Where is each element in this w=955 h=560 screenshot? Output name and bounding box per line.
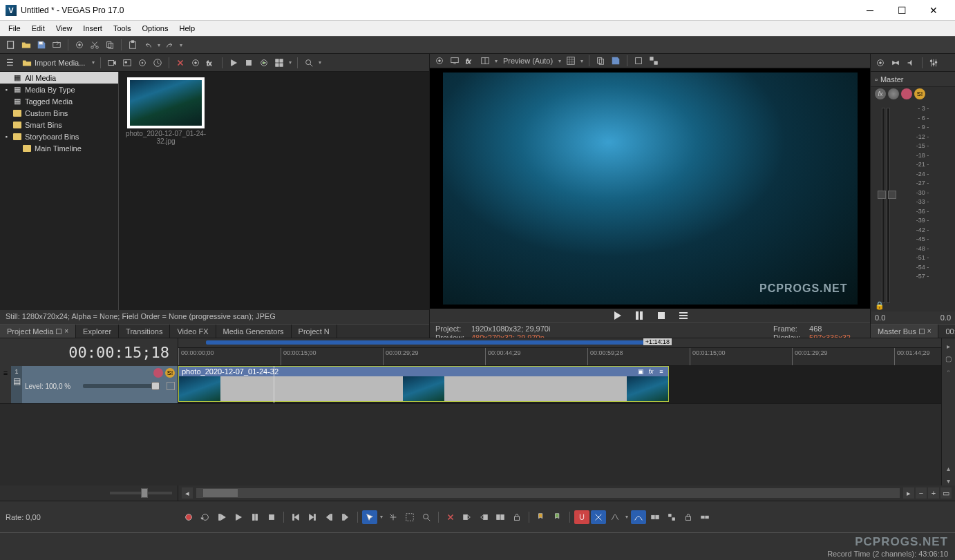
vscroll-up-icon[interactable]: ▴	[944, 463, 954, 473]
track-lane[interactable]: photo_2020-12-07_01-24-32 ▣ fx ≡	[178, 366, 941, 403]
clip-pan-crop-icon[interactable]: ▣	[636, 368, 645, 376]
hscroll-right-icon[interactable]: ▸	[903, 487, 914, 499]
mp-properties-icon[interactable]	[873, 56, 887, 70]
pm-views-dropdown[interactable]: ▾	[287, 59, 293, 66]
split-button[interactable]	[493, 510, 508, 524]
region-button[interactable]	[550, 510, 565, 524]
timeline-clip[interactable]: photo_2020-12-07_01-24-32 ▣ fx ≡	[178, 366, 669, 402]
mp-downmix-icon[interactable]	[889, 56, 902, 70]
loop-region[interactable]	[206, 340, 665, 345]
zoom-fit-icon[interactable]: ▭	[940, 487, 952, 499]
undo-icon[interactable]	[141, 38, 155, 52]
tree-media-by-type[interactable]: ▪▦Media By Type	[0, 84, 118, 95]
tab-transitions[interactable]: Transitions	[119, 325, 170, 338]
pv-external-monitor-icon[interactable]	[448, 54, 462, 68]
zoom-in-icon[interactable]: +	[928, 487, 939, 499]
new-project-icon[interactable]	[4, 38, 18, 52]
open-icon[interactable]	[19, 38, 33, 52]
menu-edit[interactable]: Edit	[26, 23, 50, 34]
tab-timecode[interactable]: 00:01	[938, 325, 955, 338]
envelope-tool-button[interactable]	[402, 510, 417, 524]
pv-menu-button[interactable]	[676, 309, 691, 322]
render-icon[interactable]	[50, 38, 64, 52]
zoom-out-icon[interactable]: −	[916, 487, 927, 499]
play-button[interactable]	[231, 510, 246, 524]
pv-stop-button[interactable]	[654, 309, 669, 322]
marker-button[interactable]	[533, 510, 549, 524]
pv-overlays-icon[interactable]	[564, 54, 578, 68]
vscroll-down-icon[interactable]: ▾	[944, 476, 954, 485]
remove-icon[interactable]	[173, 56, 187, 70]
pv-split-dropdown[interactable]: ▾	[493, 58, 499, 64]
media-thumbnail[interactable]: photo_2020-12-07_01-24-32.jpg	[124, 77, 207, 145]
trim-end-button[interactable]	[476, 510, 491, 524]
pv-output-fx-icon[interactable]: fx	[463, 54, 477, 68]
pm-autopreview-icon[interactable]	[257, 56, 271, 70]
tab-project-media[interactable]: Project Media×	[0, 325, 76, 338]
play-from-start-button[interactable]	[214, 510, 229, 524]
prev-frame-button[interactable]	[321, 510, 337, 524]
loop-button[interactable]	[198, 510, 213, 524]
normal-edit-tool-button[interactable]	[362, 510, 377, 524]
pm-play-icon[interactable]	[227, 56, 240, 70]
lock-envelopes-button[interactable]	[681, 510, 696, 524]
pv-quality-dropdown[interactable]: ▾	[557, 58, 562, 64]
track-header[interactable]: ≡ 1 ▤ S! Level: 100,0 %	[0, 366, 178, 403]
delete-button[interactable]	[443, 510, 458, 524]
marker-icon[interactable]: ▸	[944, 341, 954, 351]
redo-dropdown[interactable]: ▾	[178, 42, 184, 48]
ignore-event-grouping-button[interactable]	[647, 510, 663, 524]
master-solo-icon[interactable]: S!	[914, 88, 925, 99]
undo-dropdown[interactable]: ▾	[156, 42, 162, 48]
pv-scale-icon[interactable]	[647, 54, 661, 68]
timeline-empty-area[interactable]	[0, 403, 941, 485]
track-fx-icon[interactable]: S!	[165, 368, 175, 378]
loop-region-bar[interactable]: +1:14:18	[178, 338, 941, 348]
extract-audio-icon[interactable]	[135, 56, 149, 70]
tab-video-fx[interactable]: Video FX	[170, 325, 216, 338]
pv-split-screen-icon[interactable]	[478, 54, 492, 68]
auto-ripple-button[interactable]	[591, 510, 606, 524]
master-mute-icon[interactable]	[901, 88, 912, 99]
get-media-icon[interactable]	[151, 56, 164, 70]
master-automation-icon[interactable]	[888, 88, 899, 99]
cut-icon[interactable]	[88, 38, 102, 52]
import-media-button[interactable]: Import Media...	[18, 57, 89, 69]
master-fx-icon[interactable]: fx	[875, 88, 886, 99]
copy-icon[interactable]	[103, 38, 117, 52]
paste-icon[interactable]	[126, 38, 140, 52]
go-start-button[interactable]	[288, 510, 303, 524]
track-minimize-icon[interactable]: ▫	[944, 366, 954, 376]
clip-fx-icon[interactable]: fx	[647, 368, 655, 376]
track-mute-button[interactable]	[167, 382, 175, 390]
record-button[interactable]	[181, 510, 196, 524]
redo-icon[interactable]	[163, 38, 177, 52]
hscroll-left-icon[interactable]: ◂	[182, 487, 193, 499]
get-photo-icon[interactable]	[120, 56, 134, 70]
menu-options[interactable]: Options	[137, 23, 174, 34]
properties-icon[interactable]	[73, 38, 86, 52]
hscroll-bar[interactable]	[196, 488, 900, 498]
timeline-ruler[interactable]: 00:00:00;0000:00:15;0000:00:29;2900:00:4…	[178, 348, 941, 366]
pause-button[interactable]	[247, 510, 263, 524]
menu-file[interactable]: File	[3, 23, 26, 34]
pm-hamburger-icon[interactable]: ☰	[3, 56, 17, 70]
pv-copy-snapshot-icon[interactable]	[594, 54, 607, 68]
pm-search-dropdown[interactable]: ▾	[317, 59, 323, 66]
media-fx-icon[interactable]: fx	[204, 56, 218, 70]
go-end-button[interactable]	[305, 510, 320, 524]
snap-button[interactable]	[574, 510, 589, 524]
trim-start-button[interactable]	[460, 510, 475, 524]
tab-project-notes[interactable]: Project N	[292, 325, 337, 338]
rate-slider[interactable]	[110, 492, 172, 494]
pv-adjust-icon[interactable]	[632, 54, 645, 68]
pv-overlays-dropdown[interactable]: ▾	[579, 58, 585, 64]
pv-properties-icon[interactable]	[433, 54, 446, 68]
preview-quality-button[interactable]: Preview (Auto)	[500, 57, 556, 65]
menu-insert[interactable]: Insert	[77, 23, 108, 34]
minimize-button[interactable]: ─	[854, 0, 886, 21]
mp-mixer-icon[interactable]	[927, 56, 940, 70]
track-motion-icon[interactable]	[153, 368, 163, 378]
maximize-button[interactable]: ☐	[886, 0, 918, 21]
playhead[interactable]	[274, 366, 274, 403]
